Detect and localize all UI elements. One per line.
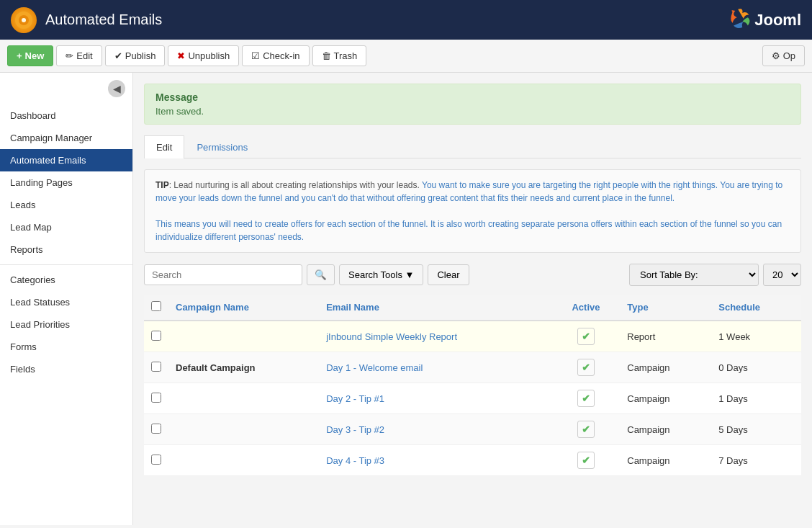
row-checkbox-4[interactable]: [151, 455, 161, 465]
sidebar-item-lead-statuses[interactable]: Lead Statuses: [0, 291, 132, 313]
sidebar-item-landing-pages[interactable]: Landing Pages: [0, 171, 132, 194]
row-checkbox-3[interactable]: [151, 424, 161, 434]
search-tools-label: Search Tools: [348, 269, 402, 280]
clear-button[interactable]: Clear: [428, 264, 469, 285]
email-name-cell: Day 4 - Tip #3: [319, 445, 552, 476]
active-check-icon: ✔: [577, 390, 595, 407]
active-cell: ✔: [552, 445, 621, 476]
row-checkbox-cell: [144, 414, 168, 445]
email-name-link[interactable]: Day 1 - Welcome email: [326, 362, 423, 373]
toolbar: + New ✏ Edit ✔ Publish ✖ Unpublish ☑ Che…: [0, 40, 812, 73]
email-name-cell: Day 3 - Tip #2: [319, 414, 552, 445]
tab-edit[interactable]: Edit: [144, 135, 184, 158]
top-header: Automated Emails Jooml: [0, 0, 812, 40]
row-checkbox-cell: [144, 352, 168, 383]
campaign-name-cell: [168, 383, 319, 414]
schedule-sort[interactable]: Schedule: [718, 302, 760, 313]
joomla-label: Jooml: [754, 11, 801, 30]
email-name-link[interactable]: Day 2 - Tip #1: [326, 393, 384, 404]
search-bar: 🔍 Search Tools ▼ Clear Sort Table By: 20: [144, 264, 801, 286]
publish-button[interactable]: ✔ Publish: [105, 45, 166, 66]
sort-select[interactable]: Sort Table By:: [629, 264, 759, 286]
checkin-icon: ☑: [251, 50, 260, 61]
email-name-link[interactable]: Day 4 - Tip #3: [326, 455, 384, 466]
type-sort[interactable]: Type: [627, 302, 648, 313]
email-name-header: Email Name: [319, 295, 552, 321]
data-table: Campaign Name Email Name Active Type Sch…: [144, 295, 801, 476]
message-body: Item saved.: [155, 106, 790, 117]
tip-paragraph-1: TIP: Lead nurturing is all about creatin…: [155, 179, 790, 205]
logo-icon: [11, 7, 37, 33]
sidebar-item-automated-emails[interactable]: Automated Emails: [0, 149, 132, 171]
main-content: Message Item saved. EditPermissions TIP:…: [133, 73, 812, 525]
schedule-cell: 0 Days: [711, 352, 801, 383]
table-row: Day 2 - Tip #1 ✔ Campaign 1 Days: [144, 383, 801, 414]
row-checkbox-1[interactable]: [151, 362, 161, 372]
table-header: Campaign Name Email Name Active Type Sch…: [144, 295, 801, 321]
active-cell: ✔: [552, 352, 621, 383]
select-all-checkbox[interactable]: [151, 301, 161, 311]
sidebar-item-categories[interactable]: Categories: [0, 269, 132, 291]
trash-button[interactable]: 🗑 Trash: [312, 45, 367, 66]
row-checkbox-cell: [144, 321, 168, 352]
sidebar-item-reports[interactable]: Reports: [0, 238, 132, 261]
type-cell: Campaign: [620, 352, 711, 383]
type-header: Type: [620, 295, 711, 321]
checkin-button[interactable]: ☑ Check-in: [242, 45, 309, 66]
active-cell: ✔: [552, 383, 621, 414]
active-cell: ✔: [552, 414, 621, 445]
table-row: Day 3 - Tip #2 ✔ Campaign 5 Days: [144, 414, 801, 445]
type-cell: Campaign: [620, 414, 711, 445]
app-title: Automated Emails: [45, 12, 727, 28]
campaign-name-header: Campaign Name: [168, 295, 319, 321]
row-checkbox-2[interactable]: [151, 393, 161, 403]
sidebar-collapse-button[interactable]: ◀: [108, 80, 125, 97]
row-checkbox-0[interactable]: [151, 331, 161, 341]
search-icon: 🔍: [315, 269, 327, 280]
gear-icon: ⚙: [772, 50, 780, 61]
sidebar-item-lead-priorities[interactable]: Lead Priorities: [0, 313, 132, 336]
active-cell: ✔: [552, 321, 621, 352]
sidebar-item-campaign-manager[interactable]: Campaign Manager: [0, 127, 132, 149]
joomla-icon: [727, 6, 754, 34]
unpublish-button[interactable]: ✖ Unpublish: [168, 45, 239, 66]
sidebar-item-lead-map[interactable]: Lead Map: [0, 216, 132, 238]
edit-icon: ✏: [66, 50, 73, 61]
page-size-select[interactable]: 20: [763, 264, 801, 286]
email-name-sort[interactable]: Email Name: [326, 302, 379, 313]
search-input[interactable]: [144, 264, 302, 285]
sidebar-item-leads[interactable]: Leads: [0, 194, 132, 216]
search-submit-button[interactable]: 🔍: [307, 264, 335, 285]
active-sort[interactable]: Active: [572, 302, 600, 313]
main-layout: ◀ DashboardCampaign ManagerAutomated Ema…: [0, 73, 812, 525]
type-cell: Campaign: [620, 383, 711, 414]
sidebar-item-fields[interactable]: Fields: [0, 358, 132, 380]
email-name-cell: Day 1 - Welcome email: [319, 352, 552, 383]
sidebar-item-forms[interactable]: Forms: [0, 336, 132, 358]
active-header: Active: [552, 295, 621, 321]
campaign-name-sort[interactable]: Campaign Name: [176, 302, 249, 313]
new-button[interactable]: + New: [7, 45, 53, 66]
table-row: Default Campaign Day 1 - Welcome email ✔…: [144, 352, 801, 383]
tip-box: TIP: Lead nurturing is all about creatin…: [144, 169, 801, 253]
search-tools-button[interactable]: Search Tools ▼: [339, 264, 423, 285]
circle-x-icon: ✖: [177, 50, 185, 61]
search-tools-arrow-icon: ▼: [405, 269, 415, 280]
email-name-link[interactable]: Day 3 - Tip #2: [326, 424, 384, 435]
active-check-icon: ✔: [577, 421, 595, 438]
email-name-link[interactable]: jInbound Simple Weekly Report: [326, 331, 457, 342]
trash-icon: 🗑: [322, 50, 331, 61]
message-box: Message Item saved.: [144, 84, 801, 125]
svg-point-2: [22, 18, 26, 22]
options-button[interactable]: ⚙ Op: [762, 45, 805, 66]
schedule-cell: 7 Days: [711, 445, 801, 476]
edit-button[interactable]: ✏ Edit: [56, 45, 102, 66]
sidebar: ◀ DashboardCampaign ManagerAutomated Ema…: [0, 73, 133, 525]
row-checkbox-cell: [144, 383, 168, 414]
type-cell: Campaign: [620, 445, 711, 476]
select-all-header: [144, 295, 168, 321]
tab-permissions[interactable]: Permissions: [184, 135, 260, 158]
schedule-cell: 1 Days: [711, 383, 801, 414]
message-title: Message: [155, 91, 790, 103]
sidebar-item-dashboard[interactable]: Dashboard: [0, 104, 132, 127]
